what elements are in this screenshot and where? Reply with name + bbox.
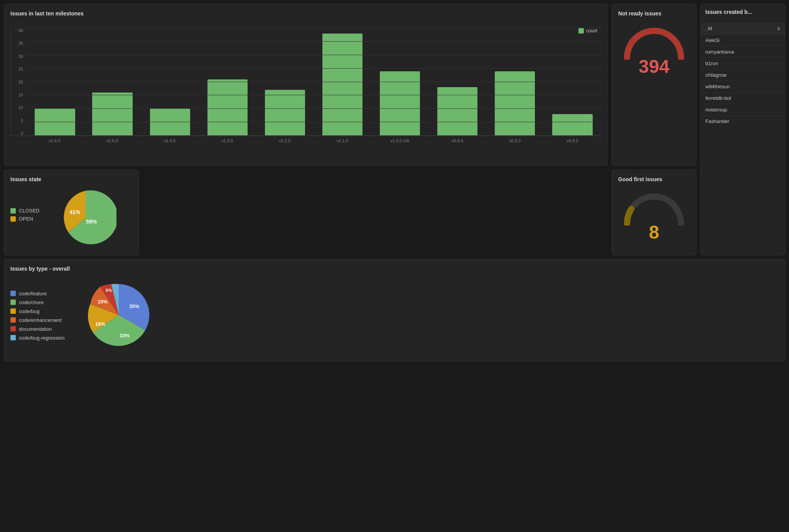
created-id-cell: chilagrow bbox=[701, 69, 765, 81]
type-legend-enhancement: code/enhancement bbox=[10, 317, 65, 323]
bar-v160 bbox=[26, 28, 84, 136]
created-id-cell: Fashander bbox=[701, 116, 765, 127]
good-first-gauge-container: 8 bbox=[618, 187, 690, 247]
created-row: w84thesun bbox=[701, 81, 785, 93]
feature-label: code/feature bbox=[19, 291, 47, 296]
bug-label: code/bug bbox=[19, 308, 40, 314]
gauge-svg bbox=[623, 25, 685, 60]
created-id-cell: b1ron bbox=[701, 58, 765, 69]
created-row: b1ron bbox=[701, 58, 785, 69]
enhancement-label: code/enhancement bbox=[19, 317, 62, 323]
col-id-header: _id bbox=[701, 23, 765, 35]
feature-color bbox=[10, 291, 16, 296]
bar-chart-inner: 40 35 30 25 20 15 10 5 0 bbox=[10, 28, 601, 136]
issues-state-card: Issues state CLOSED OPEN bbox=[4, 170, 139, 255]
bar-v130 bbox=[199, 28, 256, 136]
bar bbox=[437, 87, 477, 136]
x-label: v1.0.0 GA bbox=[371, 138, 428, 143]
not-ready-title: Not ready issues bbox=[618, 10, 690, 17]
open-legend: OPEN bbox=[10, 216, 39, 222]
bar-v110 bbox=[314, 28, 371, 136]
chore-color bbox=[10, 300, 16, 305]
issues-type-title: Issues by type - overall bbox=[10, 266, 779, 272]
bar-v094 bbox=[429, 28, 486, 136]
open-pct-label: 41% bbox=[69, 209, 81, 215]
type-layout: code/feature code/chore code/bug code/en… bbox=[10, 276, 779, 355]
bar bbox=[495, 71, 535, 136]
bar-v093 bbox=[486, 28, 544, 136]
bar-v092 bbox=[544, 28, 601, 136]
bar bbox=[380, 71, 420, 136]
enhancement-color bbox=[10, 317, 16, 323]
docs-pct: 5% bbox=[106, 288, 112, 293]
type-pie-svg: 35% 33% 16% 10% 5% bbox=[80, 276, 157, 354]
created-row: Fashander bbox=[701, 116, 785, 127]
created-count-cell bbox=[765, 116, 785, 127]
good-first-value: 8 bbox=[649, 222, 659, 243]
created-count-cell bbox=[765, 35, 785, 46]
bugregression-label: code/bug-regression bbox=[19, 335, 65, 341]
bar bbox=[207, 79, 248, 136]
bar-v100ga bbox=[371, 28, 429, 136]
closed-color bbox=[10, 208, 16, 214]
created-row: noisersup bbox=[701, 104, 785, 116]
bar bbox=[322, 34, 362, 136]
bugregression-color bbox=[10, 335, 16, 340]
milestones-chart-card: Issues in last ten milestones count 40 3… bbox=[4, 4, 608, 166]
created-count-cell bbox=[765, 69, 785, 81]
state-pie-container: 59% 41% bbox=[55, 187, 116, 249]
type-legend-chore: code/chore bbox=[10, 300, 65, 305]
bar-v120 bbox=[256, 28, 314, 136]
bar bbox=[35, 109, 75, 136]
created-id-cell: noisersup bbox=[701, 104, 765, 116]
type-legend-feature: code/feature bbox=[10, 291, 65, 296]
bar bbox=[552, 114, 592, 136]
created-row: ferretdb-bot bbox=[701, 93, 785, 104]
created-id-cell: w84thesun bbox=[701, 81, 765, 93]
issues-type-card: Issues by type - overall code/feature co… bbox=[4, 259, 785, 361]
issues-created-table: _id c AlekSirumyantsevab1ronchilagroww84… bbox=[701, 23, 785, 127]
state-pie-svg: 59% 41% bbox=[55, 187, 116, 249]
x-label: v1.4.0 bbox=[141, 138, 198, 143]
created-count-cell bbox=[765, 104, 785, 116]
milestones-title: Issues in last ten milestones bbox=[10, 10, 601, 17]
good-first-gauge-svg bbox=[623, 191, 685, 226]
type-legend-docs: documentation bbox=[10, 326, 65, 332]
issues-created-title: Issues created b... bbox=[705, 9, 780, 15]
created-count-cell bbox=[765, 81, 785, 93]
col-count-header: c bbox=[765, 23, 785, 35]
feature-pct: 35% bbox=[129, 303, 139, 309]
open-label: OPEN bbox=[19, 216, 33, 222]
type-legend: code/feature code/chore code/bug code/en… bbox=[10, 291, 65, 341]
created-row: AlekSi bbox=[701, 35, 785, 46]
bug-pct: 16% bbox=[95, 321, 105, 327]
bar bbox=[265, 90, 305, 136]
created-id-cell: AlekSi bbox=[701, 35, 765, 46]
type-legend-bug: code/bug bbox=[10, 308, 65, 314]
bug-color bbox=[10, 308, 16, 314]
x-label: v0.9.2 bbox=[544, 138, 601, 143]
issues-type-row: Issues by type - overall code/feature co… bbox=[4, 259, 785, 361]
created-id-cell: rumyantseva bbox=[701, 46, 765, 58]
open-color bbox=[10, 216, 16, 222]
issues-created-title-container: Issues created b... bbox=[701, 4, 785, 23]
docs-color bbox=[10, 326, 16, 332]
created-row: chilagrow bbox=[701, 69, 785, 81]
type-legend-bugregression: code/bug-regression bbox=[10, 335, 65, 341]
x-label: v0.9.4 bbox=[428, 138, 486, 143]
gauge-container: 394 bbox=[618, 21, 690, 81]
bar bbox=[150, 109, 190, 136]
bar-v140 bbox=[141, 28, 199, 136]
x-label: v1.5.0 bbox=[83, 138, 141, 143]
y-axis: 40 35 30 25 20 15 10 5 0 bbox=[11, 28, 25, 136]
closed-pct-label: 59% bbox=[86, 219, 97, 225]
x-label: v1.1.0 bbox=[314, 138, 371, 143]
state-legend: CLOSED OPEN bbox=[10, 208, 39, 222]
x-label: v1.6.0 bbox=[26, 138, 83, 143]
closed-legend: CLOSED bbox=[10, 208, 39, 214]
type-pie-container: 35% 33% 16% 10% 5% bbox=[80, 276, 157, 355]
bar-v150 bbox=[84, 28, 141, 136]
bar bbox=[92, 93, 132, 136]
good-first-card: Good first issues 8 bbox=[612, 170, 696, 255]
x-label: v1.3.0 bbox=[199, 138, 256, 143]
